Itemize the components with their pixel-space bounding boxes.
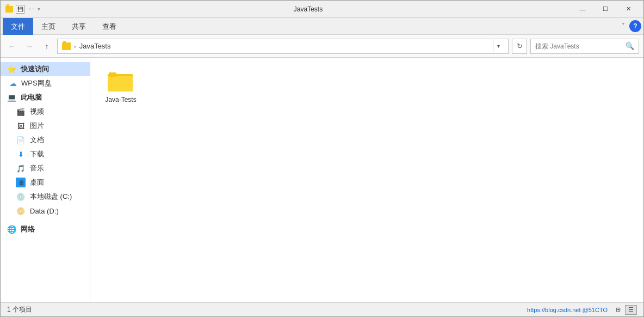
address-bar-area: ← → ↑ › JavaTests ▾ ↻ 🔍 bbox=[1, 35, 643, 58]
sidebar-item-network[interactable]: 🌐 网络 bbox=[1, 222, 90, 236]
search-input[interactable] bbox=[535, 42, 622, 50]
ribbon-collapse-btn[interactable]: ˅ bbox=[622, 22, 625, 30]
folder-item-java-tests[interactable]: Java-Tests bbox=[99, 66, 143, 109]
sidebar-label-network: 网络 bbox=[21, 224, 35, 234]
address-separator: › bbox=[74, 43, 76, 50]
sidebar-item-quick-access[interactable]: ⭐ 快速访问 bbox=[1, 62, 90, 76]
sidebar-item-documents[interactable]: 📄 文档 bbox=[1, 133, 90, 147]
search-box: 🔍 bbox=[530, 39, 639, 54]
disk-d-icon: 📀 bbox=[16, 206, 26, 216]
sidebar-item-music[interactable]: 🎵 音乐 bbox=[1, 161, 90, 175]
tab-view[interactable]: 查看 bbox=[94, 18, 125, 35]
sidebar-item-this-pc[interactable]: 💻 此电脑 bbox=[1, 90, 90, 105]
folder-svg bbox=[108, 71, 134, 93]
svg-rect-1 bbox=[108, 76, 133, 92]
address-dropdown-btn[interactable]: ▾ bbox=[493, 39, 504, 53]
sidebar-label-quick-access: 快速访问 bbox=[21, 64, 49, 74]
window-controls: — ☐ ✕ bbox=[572, 3, 639, 15]
main-area: ⭐ 快速访问 ☁ WPS网盘 💻 此电脑 🎬 视频 🖼 图片 📄 bbox=[1, 58, 643, 302]
sidebar-label-video: 视频 bbox=[30, 107, 44, 117]
list-view-btn[interactable]: ☰ bbox=[625, 305, 637, 315]
content-area: Java-Tests bbox=[90, 58, 643, 302]
up-button[interactable]: ↑ bbox=[40, 39, 54, 53]
forward-button[interactable]: → bbox=[22, 39, 36, 53]
video-icon: 🎬 bbox=[16, 107, 26, 117]
ribbon: 文件 主页 共享 查看 ˅ ? bbox=[1, 18, 643, 35]
tab-file[interactable]: 文件 bbox=[3, 18, 33, 35]
close-button[interactable]: ✕ bbox=[617, 3, 639, 15]
status-right: https://blog.csdn.net @51CTO ⊞ ☰ bbox=[527, 305, 637, 315]
grid-view-btn[interactable]: ⊞ bbox=[612, 305, 624, 315]
title-bar: 💾 ↩ ▾ JavaTests — ☐ ✕ bbox=[1, 1, 643, 18]
tab-home[interactable]: 主页 bbox=[33, 18, 64, 35]
refresh-button[interactable]: ↻ bbox=[512, 39, 527, 54]
sidebar-label-wps: WPS网盘 bbox=[21, 78, 52, 88]
sidebar-label-data-d: Data (D:) bbox=[30, 207, 59, 215]
svg-rect-2 bbox=[109, 72, 116, 77]
item-count: 1 个项目 bbox=[7, 305, 32, 314]
sidebar-label-downloads: 下载 bbox=[30, 149, 44, 159]
sidebar-item-downloads[interactable]: ⬇ 下载 bbox=[1, 147, 90, 161]
downloads-icon: ⬇ bbox=[16, 149, 26, 159]
sidebar-item-video[interactable]: 🎬 视频 bbox=[1, 105, 90, 119]
window-icon bbox=[5, 5, 14, 14]
undo-icon[interactable]: ↩ bbox=[27, 5, 35, 14]
documents-icon: 📄 bbox=[16, 135, 26, 145]
view-buttons: ⊞ ☰ bbox=[612, 305, 637, 315]
sidebar-item-pictures[interactable]: 🖼 图片 bbox=[1, 119, 90, 133]
address-folder-icon bbox=[62, 42, 71, 50]
network-icon: 🌐 bbox=[7, 225, 16, 234]
sidebar-item-data-d[interactable]: 📀 Data (D:) bbox=[1, 204, 90, 218]
sidebar-label-documents: 文档 bbox=[30, 135, 44, 145]
sidebar-item-local-disk-c[interactable]: 💿 本地磁盘 (C:) bbox=[1, 190, 90, 204]
minimize-button[interactable]: — bbox=[572, 3, 593, 15]
status-bar: 1 个项目 https://blog.csdn.net @51CTO ⊞ ☰ bbox=[1, 302, 643, 316]
disk-c-icon: 💿 bbox=[16, 192, 26, 202]
desktop-icon: 🖥 bbox=[16, 178, 26, 187]
search-icon[interactable]: 🔍 bbox=[626, 42, 634, 50]
sidebar-item-desktop[interactable]: 🖥 桌面 bbox=[1, 175, 90, 190]
title-bar-icons: 💾 ↩ ▾ bbox=[5, 5, 40, 14]
help-button[interactable]: ? bbox=[629, 20, 641, 32]
folder-icon-java-tests bbox=[108, 71, 134, 93]
cloud-icon: ☁ bbox=[9, 79, 17, 88]
maximize-button[interactable]: ☐ bbox=[595, 3, 616, 15]
pictures-icon: 🖼 bbox=[16, 121, 26, 131]
window-title: JavaTests bbox=[45, 5, 572, 13]
star-icon: ⭐ bbox=[7, 65, 16, 74]
save-icon[interactable]: 💾 bbox=[16, 5, 24, 14]
status-url: https://blog.csdn.net @51CTO bbox=[527, 307, 608, 313]
back-button[interactable]: ← bbox=[5, 39, 19, 53]
ribbon-expand-area: ˅ ? bbox=[622, 18, 641, 34]
window: 💾 ↩ ▾ JavaTests — ☐ ✕ 文件 主页 共享 查看 ˅ ? ← … bbox=[0, 0, 644, 317]
pc-icon: 💻 bbox=[7, 93, 16, 102]
sidebar-item-wps-cloud[interactable]: ☁ WPS网盘 bbox=[1, 76, 90, 90]
sidebar-label-music: 音乐 bbox=[30, 163, 44, 173]
sidebar-label-desktop: 桌面 bbox=[30, 178, 44, 187]
quick-access-dropdown[interactable]: ▾ bbox=[38, 6, 40, 12]
sidebar-label-pc: 此电脑 bbox=[21, 93, 42, 102]
music-icon: 🎵 bbox=[16, 163, 26, 173]
ribbon-tabs: 文件 主页 共享 查看 ˅ ? bbox=[1, 18, 643, 34]
sidebar-label-pictures: 图片 bbox=[30, 121, 44, 131]
sidebar: ⭐ 快速访问 ☁ WPS网盘 💻 此电脑 🎬 视频 🖼 图片 📄 bbox=[1, 58, 90, 302]
tab-share[interactable]: 共享 bbox=[64, 18, 94, 35]
folder-item-name: Java-Tests bbox=[105, 96, 136, 105]
address-path: JavaTests bbox=[79, 42, 490, 50]
sidebar-label-disk-c: 本地磁盘 (C:) bbox=[30, 192, 72, 202]
address-box[interactable]: › JavaTests ▾ bbox=[57, 39, 509, 54]
